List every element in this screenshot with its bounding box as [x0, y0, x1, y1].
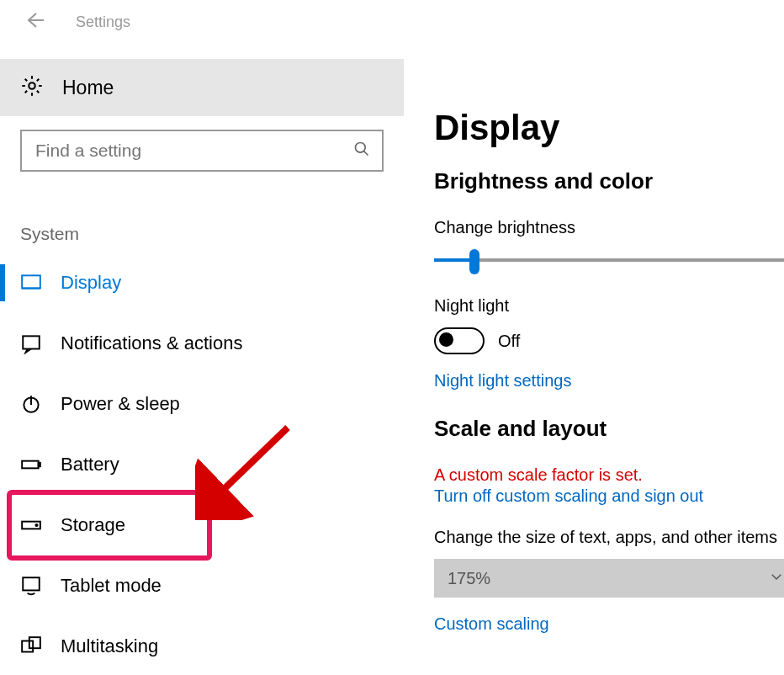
sidebar-item-notifications[interactable]: Notifications & actions	[0, 313, 404, 374]
header: Settings	[0, 0, 784, 44]
section-brightness: Brightness and color	[434, 168, 784, 194]
scale-value: 175%	[448, 569, 490, 588]
sidebar-item-power[interactable]: Power & sleep	[0, 374, 404, 434]
sidebar-item-label: Storage	[61, 514, 125, 536]
sidebar-item-battery[interactable]: Battery	[0, 434, 404, 495]
sidebar-item-display[interactable]: Display	[0, 252, 404, 313]
change-size-label: Change the size of text, apps, and other…	[434, 528, 784, 547]
custom-scaling-link[interactable]: Custom scaling	[434, 614, 784, 634]
brightness-slider[interactable]	[434, 249, 784, 273]
storage-icon	[20, 514, 42, 536]
sidebar-item-label: Notifications & actions	[61, 332, 242, 354]
search-icon	[353, 141, 370, 161]
night-light-settings-link[interactable]: Night light settings	[434, 371, 784, 391]
svg-rect-6	[39, 463, 40, 466]
gear-icon	[20, 74, 44, 101]
custom-scale-warning: A custom scale factor is set.	[434, 465, 784, 485]
home-button[interactable]: Home	[0, 59, 404, 116]
sidebar-item-label: Multitasking	[61, 635, 158, 657]
search-input[interactable]	[20, 130, 384, 172]
sidebar-item-multitasking[interactable]: Multitasking	[0, 616, 404, 675]
section-scale: Scale and layout	[434, 416, 784, 442]
svg-point-0	[29, 82, 34, 88]
svg-rect-5	[22, 461, 38, 469]
sidebar-item-label: Battery	[61, 454, 119, 476]
main-content: Display Brightness and color Change brig…	[404, 44, 784, 675]
sidebar-item-label: Power & sleep	[61, 393, 180, 415]
svg-rect-9	[23, 577, 40, 590]
night-light-toggle[interactable]	[434, 327, 485, 354]
night-light-label: Night light	[434, 296, 784, 316]
notifications-icon	[20, 332, 42, 354]
svg-rect-3	[23, 336, 40, 348]
scale-dropdown[interactable]: 175%	[434, 559, 784, 598]
svg-point-8	[35, 524, 37, 526]
sidebar-item-label: Display	[61, 272, 121, 294]
sidebar-item-storage[interactable]: Storage	[0, 495, 404, 555]
home-label: Home	[62, 77, 114, 99]
chevron-down-icon	[769, 569, 784, 587]
change-brightness-label: Change brightness	[434, 218, 784, 237]
tablet-icon	[20, 575, 42, 597]
battery-icon	[20, 454, 42, 476]
svg-rect-11	[29, 637, 40, 648]
power-icon	[20, 393, 42, 415]
back-icon[interactable]	[24, 10, 44, 34]
svg-rect-10	[22, 641, 33, 652]
multitasking-icon	[20, 635, 42, 657]
svg-rect-2	[22, 275, 40, 288]
turn-off-scaling-link[interactable]: Turn off custom scaling and sign out	[434, 486, 784, 506]
page-title: Display	[434, 108, 784, 148]
svg-point-1	[356, 143, 366, 153]
sidebar-item-tablet[interactable]: Tablet mode	[0, 555, 404, 616]
night-light-state: Off	[498, 332, 520, 351]
display-icon	[20, 272, 42, 294]
section-label: System	[20, 224, 404, 244]
sidebar: Home System Display Notifications & acti…	[0, 44, 404, 675]
header-title: Settings	[76, 13, 130, 31]
sidebar-item-label: Tablet mode	[61, 575, 162, 597]
